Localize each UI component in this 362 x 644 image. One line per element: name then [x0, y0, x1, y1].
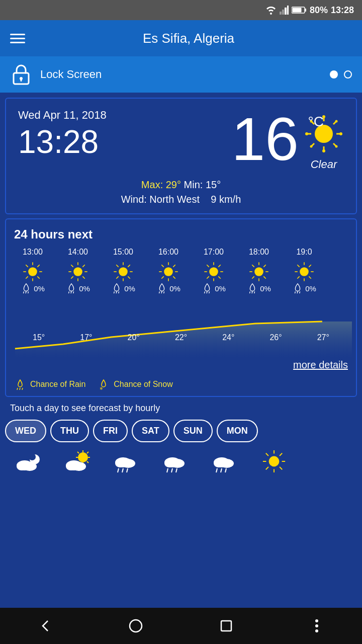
- svg-line-92: [252, 265, 254, 267]
- svg-line-109: [297, 291, 298, 293]
- weather-center: 16 °C: [232, 109, 299, 169]
- svg-point-160: [315, 619, 318, 622]
- svg-line-56: [116, 265, 118, 267]
- hour-time: 15:00: [113, 248, 133, 257]
- svg-line-81: [218, 276, 220, 278]
- svg-rect-3: [287, 6, 289, 15]
- svg-line-37: [26, 291, 26, 293]
- page-dots: [330, 70, 352, 78]
- rain-icon: [156, 283, 167, 294]
- svg-line-80: [207, 265, 209, 267]
- day-tab-mon[interactable]: MON: [217, 420, 258, 442]
- hour-col: 16:00 0%: [146, 248, 191, 297]
- svg-line-96: [250, 291, 250, 293]
- svg-line-135: [122, 468, 123, 472]
- city-title: Es Sifia, Algeria: [25, 31, 352, 46]
- weather-left: Wed Apr 11, 2018 13:28: [18, 109, 232, 158]
- day-tab-wed[interactable]: WED: [5, 420, 46, 442]
- hour-col: 15:00 0%: [101, 248, 146, 297]
- svg-line-74: [164, 291, 164, 293]
- back-icon: [38, 618, 53, 633]
- svg-line-113: [20, 388, 20, 390]
- svg-point-162: [315, 629, 318, 632]
- svg-rect-6: [292, 8, 301, 13]
- rain-legend-icon: [14, 379, 26, 390]
- svg-point-39: [73, 267, 82, 276]
- dot-1[interactable]: [330, 70, 338, 78]
- snow-legend-label: Chance of Snow: [114, 380, 172, 389]
- rain-icon: [292, 283, 303, 294]
- svg-line-136: [127, 468, 128, 472]
- hour-sun-icon: [261, 448, 287, 474]
- chart-temp: 27°: [309, 333, 337, 342]
- svg-line-84: [205, 291, 205, 293]
- back-button[interactable]: [30, 611, 60, 641]
- svg-line-94: [263, 265, 265, 267]
- rain-row: 0%: [21, 283, 45, 294]
- rain-percent: 0%: [34, 284, 45, 293]
- svg-line-44: [71, 265, 73, 267]
- svg-point-158: [130, 620, 142, 632]
- svg-line-82: [218, 265, 220, 267]
- hour-time: 18:00: [249, 248, 269, 257]
- svg-line-69: [173, 276, 175, 278]
- svg-line-47: [71, 276, 73, 278]
- hour-time: 17:00: [204, 248, 224, 257]
- svg-line-142: [176, 468, 177, 472]
- svg-point-24: [335, 120, 338, 123]
- more-details-link[interactable]: more details: [293, 359, 348, 370]
- svg-point-130: [66, 462, 76, 470]
- svg-line-32: [26, 265, 28, 267]
- weather-date: Wed Apr 11, 2018: [18, 109, 232, 122]
- svg-line-98: [254, 291, 255, 293]
- svg-rect-5: [305, 9, 306, 12]
- svg-line-114: [22, 388, 23, 390]
- day-tab-sat[interactable]: SAT: [132, 420, 169, 442]
- rain-percent: 0%: [215, 284, 226, 293]
- svg-line-71: [161, 276, 163, 278]
- svg-point-22: [339, 132, 342, 135]
- chart-svg: [10, 297, 352, 357]
- day-tab-sun[interactable]: SUN: [173, 420, 213, 442]
- hour-sun-icon: [67, 261, 89, 283]
- svg-point-145: [214, 459, 224, 467]
- svg-point-20: [322, 149, 325, 152]
- hours-section: 24 hours next 13:00 0% 14:00: [5, 218, 357, 397]
- svg-point-118: [17, 462, 27, 470]
- hours-scroll[interactable]: 13:00 0% 14:00: [6, 248, 356, 297]
- hour-col: 17:00 0%: [191, 248, 236, 297]
- day-tabs: WEDTHUFRISATSUNMON: [0, 418, 362, 446]
- snow-legend: ❄ Chance of Snow: [98, 379, 172, 390]
- svg-line-148: [225, 468, 226, 472]
- home-button[interactable]: [121, 611, 151, 641]
- svg-line-45: [82, 276, 84, 278]
- recent-button[interactable]: [211, 611, 241, 641]
- svg-rect-0: [280, 12, 282, 15]
- hour-sun-icon: [157, 261, 179, 283]
- svg-line-58: [128, 265, 130, 267]
- hours-title: 24 hours next: [6, 227, 356, 242]
- svg-line-46: [82, 265, 84, 267]
- svg-line-104: [297, 265, 299, 267]
- lock-svg: [12, 64, 31, 85]
- more-button[interactable]: [302, 611, 332, 641]
- dot-2[interactable]: [344, 70, 352, 78]
- day-tab-fri[interactable]: FRI: [93, 420, 128, 442]
- svg-line-112: [17, 388, 18, 390]
- hour-sun-icon: [112, 261, 134, 283]
- svg-point-26: [335, 145, 338, 148]
- day-tab-thu[interactable]: THU: [50, 420, 89, 442]
- svg-line-34: [37, 265, 39, 267]
- day-icon-4: [202, 448, 247, 474]
- svg-point-51: [119, 267, 128, 276]
- rain-icon: [111, 283, 122, 294]
- svg-point-149: [269, 456, 280, 467]
- svg-line-106: [309, 265, 311, 267]
- menu-button[interactable]: [10, 34, 25, 43]
- rain-row: 0%: [202, 283, 226, 294]
- rain-legend: Chance of Rain: [14, 379, 85, 390]
- hour-sun-icon: [22, 261, 44, 283]
- recent-icon: [220, 619, 233, 632]
- svg-line-156: [280, 453, 282, 456]
- rain-percent: 0%: [260, 284, 271, 293]
